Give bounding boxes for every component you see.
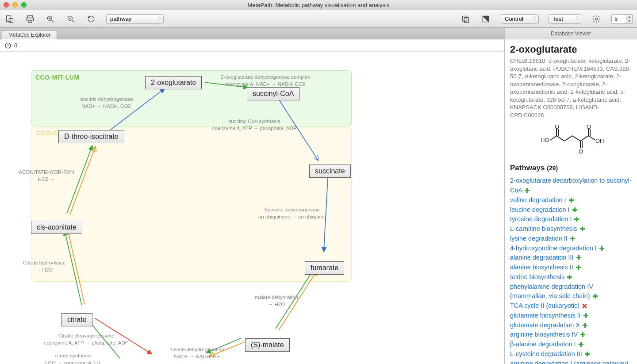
edge-label-1: 2-oxoglutarate dehydrogenase complexcoen… xyxy=(208,74,323,88)
svg-text:O: O xyxy=(555,123,559,130)
devices-icon[interactable] xyxy=(4,14,15,24)
close-button[interactable] xyxy=(4,2,9,8)
node-s-malate[interactable]: (S)-malate xyxy=(245,338,290,352)
node-isocitrate[interactable]: D-threo-isocitrate xyxy=(58,130,124,143)
remove-pathway-icon[interactable] xyxy=(582,303,587,308)
pathway-link[interactable]: alanine biosynthesis II xyxy=(510,264,573,271)
window-titlebar: MetaPath: Metabolic pathway visualisatio… xyxy=(0,0,637,10)
add-pathway-icon[interactable] xyxy=(583,313,588,318)
edge-label-3: succinyl CoA synthesiscoenzyme A, ATP → … xyxy=(201,118,307,132)
zoom-in-icon[interactable] xyxy=(45,14,56,24)
pathway-link[interactable]: arginine biosynthesis IV xyxy=(510,331,578,338)
svg-line-34 xyxy=(550,136,556,140)
svg-line-10 xyxy=(72,20,74,22)
svg-line-44 xyxy=(580,136,588,141)
svg-rect-13 xyxy=(464,17,469,23)
add-pathway-icon[interactable] xyxy=(580,332,585,337)
main-panel: MetaCyc Explorer 0 CCO-MIT-LUM CCO-C… xyxy=(0,28,504,364)
pathway-link[interactable]: serine biosynthesis xyxy=(510,273,564,280)
copy-icon[interactable] xyxy=(460,14,471,24)
svg-line-6 xyxy=(52,20,54,22)
pathway-link[interactable]: glutamate degradation X xyxy=(510,322,580,329)
zoom-out-icon[interactable] xyxy=(65,14,76,24)
maximize-button[interactable] xyxy=(21,2,27,8)
add-pathway-icon[interactable] xyxy=(585,352,590,356)
add-pathway-icon[interactable] xyxy=(570,236,575,241)
refresh-icon[interactable] xyxy=(86,14,96,24)
compound-structure: HO O O O OH xyxy=(510,123,632,156)
edge-label-8: Citrate cleavage enzymecoenzyme A, ATP →… xyxy=(35,333,137,346)
add-pathway-icon[interactable] xyxy=(593,294,598,299)
pathway-link[interactable]: lysine degradation II xyxy=(510,235,568,242)
pathways-heading: Pathways (29) xyxy=(510,164,632,172)
panel-title: Database Viewer xyxy=(505,28,637,39)
pathway-link[interactable]: β-alanine degradation I xyxy=(510,341,576,348)
test-select-wrap: Test xyxy=(549,14,581,24)
viewer-content: 2-oxoglutarate CHEBI:16810, α-oxoglutara… xyxy=(505,39,637,364)
stepper-down[interactable]: ▼ xyxy=(626,19,632,23)
pathway-canvas[interactable]: CCO-MIT-LUM CCO-C… xyxy=(0,52,504,364)
node-succinyl-coa[interactable]: succinyl-CoA xyxy=(247,87,299,100)
node-cis-aconitate[interactable]: cis-aconitate xyxy=(31,221,82,234)
node-citrate[interactable]: citrate xyxy=(61,313,92,326)
pathway-select[interactable]: pathway xyxy=(106,14,164,24)
add-pathway-icon[interactable] xyxy=(580,226,585,231)
svg-line-40 xyxy=(572,136,580,141)
add-pathway-icon[interactable] xyxy=(576,255,581,260)
test-select[interactable]: Test xyxy=(549,14,581,24)
edge-label-4: ACONITATEHYDR-RXNH2O → xyxy=(15,169,77,183)
pathway-link[interactable]: phenylalanine degradation IV (mammalian,… xyxy=(510,283,593,300)
add-pathway-icon[interactable] xyxy=(569,198,574,203)
add-pathway-icon[interactable] xyxy=(525,188,530,193)
control-select[interactable]: Control xyxy=(501,14,539,24)
pathway-link[interactable]: L-cysteine degradation III xyxy=(510,350,582,357)
pathway-link[interactable]: alanine degradation III xyxy=(510,254,574,261)
pathway-link[interactable]: TCA cycle II (eukaryotic) xyxy=(510,302,579,309)
svg-rect-4 xyxy=(28,20,32,22)
svg-line-18 xyxy=(8,46,9,46)
pathway-link[interactable]: tyrosine degradation I xyxy=(510,215,572,222)
tab-metacyc-explorer[interactable]: MetaCyc Explorer xyxy=(2,30,57,39)
pathway-link[interactable]: leucine degradation I xyxy=(510,206,570,213)
pathway-link[interactable]: glutamate biosynthesis II xyxy=(510,312,581,319)
svg-rect-3 xyxy=(27,18,34,21)
clock-icon xyxy=(4,42,12,49)
gear-icon[interactable] xyxy=(591,14,602,24)
add-pathway-icon[interactable] xyxy=(583,323,587,328)
add-pathway-icon[interactable] xyxy=(576,265,581,270)
pathways-list: 2-oxoglutarate decarboxylation to succin… xyxy=(510,176,632,364)
edge-label-6: Citrate hydro-lyase→ H2O xyxy=(18,260,71,273)
add-pathway-icon[interactable] xyxy=(599,246,604,251)
svg-text:HO: HO xyxy=(541,137,549,143)
number-input[interactable] xyxy=(611,14,626,24)
edge-label-2: Isocitric dehydrogenaseNAD+ → NADH, CO2 xyxy=(69,96,144,110)
contrast-icon[interactable] xyxy=(480,14,491,24)
number-field: ▲ ▼ xyxy=(611,14,633,24)
node-fumarate[interactable]: fumarate xyxy=(305,261,344,275)
svg-text:O: O xyxy=(579,148,583,154)
pathway-link[interactable]: L-carnitine biosynthesis xyxy=(510,225,577,232)
pathway-link[interactable]: 4-hydroxyproline degradation I xyxy=(510,245,597,252)
compound-name: 2-oxoglutarate xyxy=(510,44,632,55)
add-pathway-icon[interactable] xyxy=(567,275,572,280)
control-select-wrap: Control xyxy=(501,14,539,24)
traffic-lights xyxy=(4,2,27,8)
tab-strip: MetaCyc Explorer xyxy=(0,28,504,39)
edge-label-10: citrate synthesisH2O → coenzyme A, H+ xyxy=(35,353,111,364)
pathway-link[interactable]: arginine degradation I (arginase pathway… xyxy=(510,360,629,364)
svg-rect-12 xyxy=(462,16,467,21)
svg-line-48 xyxy=(588,136,595,140)
add-pathway-icon[interactable] xyxy=(572,207,577,212)
minimize-button[interactable] xyxy=(12,2,18,8)
pathway-link[interactable]: valine degradation I xyxy=(510,196,566,203)
node-succinate[interactable]: succinate xyxy=(309,165,351,178)
node-2-oxoglutarate[interactable]: 2-oxoglutarate xyxy=(145,76,202,89)
print-icon[interactable] xyxy=(25,14,35,24)
svg-rect-0 xyxy=(7,15,11,21)
svg-line-38 xyxy=(556,136,564,141)
svg-text:O: O xyxy=(587,123,591,130)
add-pathway-icon[interactable] xyxy=(579,342,583,347)
svg-point-15 xyxy=(595,18,598,20)
stepper-up[interactable]: ▲ xyxy=(626,15,632,19)
add-pathway-icon[interactable] xyxy=(574,217,579,222)
